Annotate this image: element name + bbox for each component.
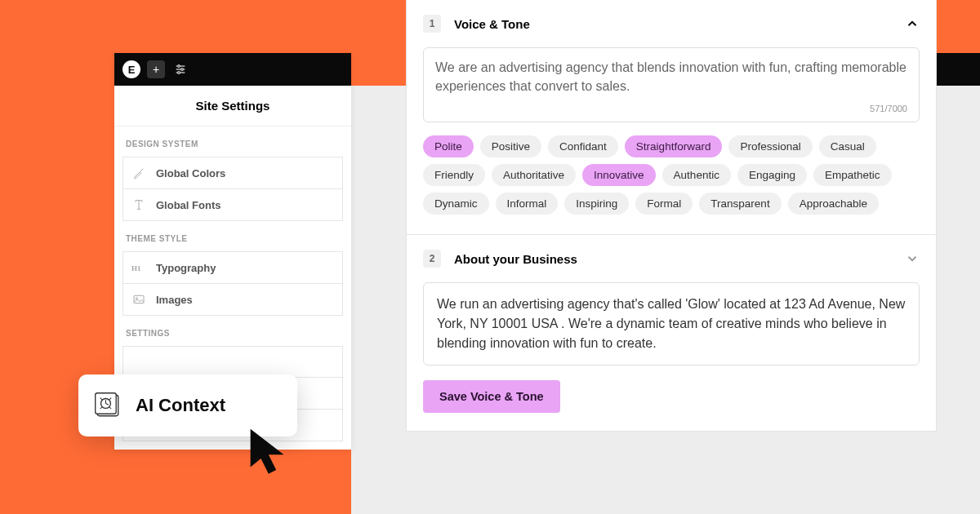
ai-context-title: AI Context bbox=[136, 395, 225, 416]
chevron-down-icon bbox=[905, 251, 920, 266]
svg-rect-7 bbox=[134, 295, 144, 303]
sidebar-title: Site Settings bbox=[114, 86, 351, 126]
adjustments-icon[interactable] bbox=[172, 60, 189, 78]
section-label-theme-style: THEME STYLE bbox=[114, 221, 351, 251]
sidebar-topbar: E + bbox=[114, 53, 351, 86]
section-label-settings: SETTINGS bbox=[114, 316, 351, 346]
sidebar-item-images[interactable]: Images bbox=[122, 283, 343, 316]
sidebar-item-label: Global Fonts bbox=[156, 199, 220, 211]
tone-tag-transparent[interactable]: Transparent bbox=[699, 193, 781, 215]
tone-tag-inspiring[interactable]: Inspiring bbox=[564, 193, 629, 215]
sidebar-item-hidden[interactable] bbox=[122, 346, 343, 377]
h1-icon: H1 bbox=[131, 260, 146, 275]
char-count: 571/7000 bbox=[870, 104, 907, 113]
main-panel: 1 Voice & Tone We are an advertising age… bbox=[406, 0, 937, 432]
tone-tags: PolitePositiveConfidantStraightforwardPr… bbox=[407, 135, 936, 229]
tone-tag-dynamic[interactable]: Dynamic bbox=[423, 193, 489, 215]
tone-tag-confidant[interactable]: Confidant bbox=[548, 135, 618, 157]
tone-tag-casual[interactable]: Casual bbox=[819, 135, 876, 157]
sidebar-item-label: Images bbox=[156, 294, 193, 306]
save-voice-tone-button[interactable]: Save Voice & Tone bbox=[423, 380, 560, 413]
svg-point-8 bbox=[136, 298, 137, 299]
cursor-icon bbox=[245, 424, 294, 481]
svg-point-5 bbox=[178, 72, 180, 74]
tone-tag-engaging[interactable]: Engaging bbox=[737, 164, 807, 186]
type-icon bbox=[131, 197, 146, 212]
sidebar-item-label: Typography bbox=[156, 262, 216, 274]
elementor-logo-icon[interactable]: E bbox=[122, 60, 140, 78]
tone-tag-positive[interactable]: Positive bbox=[480, 135, 541, 157]
accordion-title: About your Business bbox=[454, 252, 892, 266]
gear-icon bbox=[131, 355, 146, 370]
tone-tag-friendly[interactable]: Friendly bbox=[423, 164, 485, 186]
svg-text:H1: H1 bbox=[131, 264, 141, 273]
textarea-content: We are an advertising agency that blends… bbox=[435, 58, 907, 95]
tone-tag-professional[interactable]: Professional bbox=[728, 135, 812, 157]
svg-point-4 bbox=[181, 69, 184, 71]
chevron-up-icon bbox=[905, 16, 920, 31]
brush-icon bbox=[131, 166, 146, 180]
accordion-title: Voice & Tone bbox=[454, 17, 892, 31]
section-label-design-system: DESIGN SYSTEM bbox=[114, 126, 351, 157]
tone-tag-authentic[interactable]: Authentic bbox=[662, 164, 731, 186]
svg-point-3 bbox=[178, 65, 180, 68]
accordion-voice-tone-header[interactable]: 1 Voice & Tone bbox=[407, 0, 936, 47]
tone-tag-approachable[interactable]: Approachable bbox=[788, 193, 879, 215]
sidebar-item-label: Global Colors bbox=[156, 167, 225, 179]
ai-context-icon bbox=[93, 391, 122, 420]
voice-tone-textarea[interactable]: We are an advertising agency that blends… bbox=[423, 47, 920, 122]
tone-tag-polite[interactable]: Polite bbox=[423, 135, 474, 157]
about-business-textarea[interactable]: We run an advertising agency that's call… bbox=[423, 282, 920, 366]
tone-tag-authoritative[interactable]: Authoritative bbox=[492, 164, 576, 186]
step-number: 1 bbox=[423, 15, 441, 33]
step-number: 2 bbox=[423, 250, 441, 268]
tone-tag-straightforward[interactable]: Straightforward bbox=[625, 135, 723, 157]
tone-tag-formal[interactable]: Formal bbox=[635, 193, 693, 215]
tone-tag-empathetic[interactable]: Empathetic bbox=[813, 164, 892, 186]
sidebar-item-global-colors[interactable]: Global Colors bbox=[122, 157, 343, 188]
accordion-about-business-header[interactable]: 2 About your Business bbox=[407, 235, 936, 282]
add-button[interactable]: + bbox=[147, 60, 165, 78]
tone-tag-innovative[interactable]: Innovative bbox=[582, 164, 656, 186]
sidebar-item-typography[interactable]: H1 Typography bbox=[122, 251, 343, 283]
tone-tag-informal[interactable]: Informal bbox=[496, 193, 559, 215]
image-icon bbox=[131, 292, 146, 307]
sidebar-item-global-fonts[interactable]: Global Fonts bbox=[122, 188, 343, 221]
